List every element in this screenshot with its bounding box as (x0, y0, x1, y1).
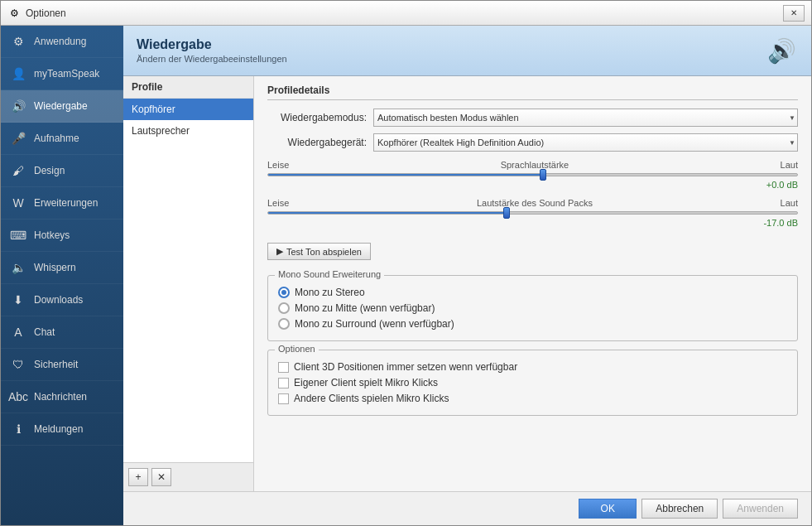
sidebar-item-myteamspeak[interactable]: 👤myTeamSpeak (1, 58, 123, 90)
wiedergabemodus-select[interactable]: Automatisch besten Modus wählen Mono Ste… (373, 109, 798, 127)
sidebar-label-aufnahme: Aufnahme (34, 133, 79, 144)
soundpack-track[interactable] (267, 211, 798, 215)
wiedergabegeraet-label: Wiedergabegerät: (267, 137, 367, 148)
remove-profile-button[interactable]: ✕ (151, 468, 171, 486)
sidebar-item-wiedergabe[interactable]: 🔊Wiedergabe (1, 90, 123, 123)
window-title: Optionen (26, 7, 783, 19)
checkbox-mikro-eigener-row: Eigener Client spielt Mikro Klicks (278, 377, 787, 388)
aufnahme-icon: 🎤 (9, 129, 27, 147)
sidebar-item-hotkeys[interactable]: ⌨Hotkeys (1, 220, 123, 252)
main-body: Profile KopfhörerLautsprecher + ✕ Profil… (123, 76, 811, 491)
checkbox-3d-row: Client 3D Positionen immer setzen wenn v… (278, 361, 787, 373)
mono-surround-radio[interactable] (278, 318, 290, 330)
soundpack-center: Lautstärke des Sound Packs (477, 198, 593, 208)
wiedergabemodus-label: Wiedergabemodus: (267, 112, 367, 123)
sidebar-item-meldungen[interactable]: ℹMeldungen (1, 413, 123, 446)
checkbox-3d-label: Client 3D Positionen immer setzen wenn v… (294, 361, 517, 373)
wiedergabe-icon: 🔊 (9, 97, 27, 115)
soundpack-value: -17.0 dB (267, 218, 798, 228)
header-text: Wiedergabe Ändern der Wiedergabeeinstell… (137, 37, 287, 64)
wiedergabemodus-select-wrapper: Automatisch besten Modus wählen Mono Ste… (373, 109, 798, 127)
sprachlautstaerke-labels: Leise Sprachlautstärke Laut (267, 160, 798, 170)
sidebar-label-myteamspeak: myTeamSpeak (34, 68, 99, 80)
header-icon: 🔊 (765, 34, 798, 67)
profile-panel-footer: + ✕ (123, 462, 253, 491)
sprachlautstaerke-left: Leise (267, 160, 289, 170)
mono-mitte-radio[interactable] (278, 302, 290, 314)
soundpack-right: Laut (781, 198, 798, 208)
profile-panel-header: Profile (123, 76, 253, 99)
sprachlautstaerke-thumb[interactable] (540, 169, 546, 181)
sidebar-item-whispern[interactable]: 🔈Whispern (1, 252, 123, 284)
soundpack-track-bg (267, 211, 798, 215)
sidebar-label-anwendung: Anwendung (34, 36, 86, 47)
soundpack-section: Leise Lautstärke des Sound Packs Laut -1… (267, 198, 798, 228)
sidebar-label-erweiterungen: Erweiterungen (34, 197, 98, 209)
main-window: ⚙ Optionen ✕ ⚙Anwendung👤myTeamSpeak🔊Wied… (0, 0, 812, 526)
design-icon: 🖌 (9, 162, 27, 180)
sidebar-item-anwendung[interactable]: ⚙Anwendung (1, 26, 123, 58)
hotkeys-icon: ⌨ (9, 226, 27, 244)
test-btn-label: Test Ton abspielen (286, 247, 362, 257)
profile-item-lautsprecher[interactable]: Lautsprecher (123, 120, 253, 142)
main-panel: Wiedergabe Ändern der Wiedergabeeinstell… (123, 26, 811, 525)
sidebar-item-sicherheit[interactable]: 🛡Sicherheit (1, 349, 123, 381)
mono-stereo-row: Mono zu Stereo (278, 287, 787, 298)
details-header: Profiledetails (267, 84, 798, 100)
sprachlautstaerke-fill (268, 174, 543, 176)
wiedergabegeraet-row: Wiedergabegerät: Kopfhörer (Realtek High… (267, 133, 798, 152)
test-sound-button[interactable]: ▶ Test Ton abspielen (267, 243, 371, 260)
window-icon: ⚙ (7, 7, 21, 20)
bottom-bar: OK Abbrechen Anwenden (123, 491, 811, 525)
title-bar: ⚙ Optionen ✕ (1, 1, 811, 26)
sprachlautstaerke-value: +0.0 dB (267, 180, 798, 190)
details-panel: Profiledetails Wiedergabemodus: Automati… (254, 76, 811, 491)
mono-stereo-radio[interactable] (278, 287, 290, 298)
profile-item-kopfhrer[interactable]: Kopfhörer (123, 99, 253, 120)
mono-mitte-row: Mono zu Mitte (wenn verfügbar) (278, 302, 787, 314)
anwendung-icon: ⚙ (9, 32, 27, 51)
wiedergabegeraet-select[interactable]: Kopfhörer (Realtek High Definition Audio… (373, 133, 798, 152)
cancel-button[interactable]: Abbrechen (641, 499, 718, 519)
main-header: Wiedergabe Ändern der Wiedergabeeinstell… (123, 26, 811, 76)
add-profile-button[interactable]: + (128, 468, 148, 486)
sidebar-item-aufnahme[interactable]: 🎤Aufnahme (1, 123, 123, 155)
sidebar-item-chat[interactable]: AChat (1, 316, 123, 349)
ok-button[interactable]: OK (579, 499, 637, 519)
sidebar-item-design[interactable]: 🖌Design (1, 155, 123, 187)
sprachlautstaerke-track[interactable] (267, 173, 798, 176)
apply-button[interactable]: Anwenden (723, 499, 798, 519)
sidebar-item-downloads[interactable]: ⬇Downloads (1, 284, 123, 316)
wiedergabemodus-row: Wiedergabemodus: Automatisch besten Modu… (267, 109, 798, 127)
profile-panel: Profile KopfhörerLautsprecher + ✕ (123, 76, 254, 491)
sprachlautstaerke-center: Sprachlautstärke (501, 160, 569, 170)
sidebar-item-erweiterungen[interactable]: WErweiterungen (1, 187, 123, 220)
play-icon: ▶ (276, 246, 283, 257)
chat-icon: A (9, 323, 27, 341)
sidebar-item-nachrichten[interactable]: AbcNachrichten (1, 381, 123, 413)
mono-sound-group: Mono Sound Erweiterung Mono zu Stereo Mo… (267, 275, 798, 341)
sidebar-label-whispern: Whispern (34, 262, 76, 273)
sprachlautstaerke-track-bg (267, 173, 798, 176)
soundpack-thumb[interactable] (503, 207, 510, 219)
sidebar-label-downloads: Downloads (34, 294, 83, 306)
sidebar-label-nachrichten: Nachrichten (34, 391, 87, 403)
close-button[interactable]: ✕ (783, 5, 805, 22)
window-controls: ✕ (783, 5, 805, 22)
nachrichten-icon: Abc (9, 388, 27, 406)
mono-surround-label: Mono zu Surround (wenn verfügbar) (295, 318, 454, 330)
sidebar-label-wiedergabe: Wiedergabe (34, 100, 88, 112)
soundpack-fill (268, 212, 507, 214)
checkbox-mikro-eigener-label: Eigener Client spielt Mikro Klicks (294, 377, 438, 388)
mono-sound-title: Mono Sound Erweiterung (275, 269, 384, 279)
mono-stereo-label: Mono zu Stereo (295, 287, 365, 298)
checkbox-mikro-andere[interactable] (278, 393, 289, 404)
erweiterungen-icon: W (9, 194, 27, 212)
checkbox-mikro-eigener[interactable] (278, 378, 289, 388)
profile-list: KopfhörerLautsprecher (123, 99, 253, 462)
sidebar-label-chat: Chat (34, 326, 55, 338)
checkbox-mikro-andere-row: Andere Clients spielen Mikro Klicks (278, 393, 787, 404)
checkbox-mikro-andere-label: Andere Clients spielen Mikro Klicks (294, 393, 449, 404)
checkbox-3d[interactable] (278, 362, 289, 373)
downloads-icon: ⬇ (9, 291, 27, 309)
